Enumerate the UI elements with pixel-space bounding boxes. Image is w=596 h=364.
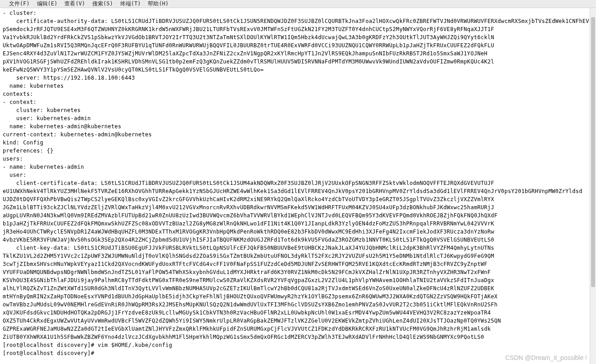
menu-search[interactable]: 搜索(S)	[92, 0, 113, 8]
terminal-output[interactable]: - cluster: certificate-authority-data: L…	[0, 8, 596, 357]
menu-file[interactable]: 文件(F)	[9, 0, 30, 8]
menu-view[interactable]: 查看(V)	[64, 0, 85, 8]
menubar: 文件(F) 编辑(E) 查看(V) 搜索(S) 终端(T) 帮助(H)	[0, 0, 596, 8]
menu-help[interactable]: 帮助(H)	[148, 0, 168, 8]
scrollbar-thumb[interactable]	[591, 17, 595, 287]
menu-edit[interactable]: 编辑(E)	[37, 0, 58, 8]
scrollbar[interactable]	[590, 8, 596, 364]
menu-terminal[interactable]: 终端(T)	[120, 0, 141, 8]
